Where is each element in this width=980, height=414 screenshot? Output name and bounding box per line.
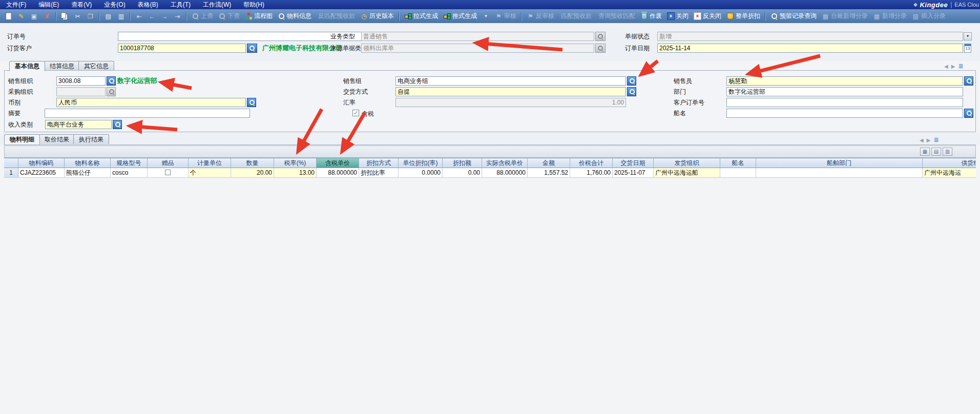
menubar-item[interactable]: 工作流(W)	[197, 0, 237, 9]
tab-other-info[interactable]: 其它信息	[78, 61, 114, 71]
bill-status-dropdown-arrow-icon[interactable]: ▼	[964, 32, 972, 40]
department-field[interactable]: 数字化运营部	[726, 87, 963, 96]
order-date-field[interactable]: 2025-11-14	[657, 44, 963, 53]
toolbar-button-delete-icon[interactable]: ✘	[41, 11, 53, 22]
toolbar-button-pull-generate-icon[interactable]: 拉式生成	[402, 11, 440, 22]
ship-name-field[interactable]	[726, 109, 963, 118]
summary-field[interactable]	[45, 109, 250, 118]
grid-cell-折扣方式[interactable]: 折扣比率	[359, 168, 399, 178]
grid-export-icon[interactable]: ▤	[931, 148, 941, 156]
toolbar-button-nav-prev-icon[interactable]: ←	[146, 11, 158, 22]
toolbar-button-close-box-icon[interactable]: ×关闭	[665, 11, 691, 22]
menubar-item[interactable]: 业务(O)	[98, 0, 131, 9]
toolbar-button-void-bin-icon[interactable]: 作废	[638, 11, 664, 22]
detail-scroll-right-icon[interactable]: ▶	[927, 137, 931, 143]
delivery-mode-lookup-button[interactable]	[627, 87, 636, 96]
grid-column-header[interactable]: 物料名称	[65, 158, 111, 168]
grid-column-header[interactable]: 物料编码	[18, 158, 65, 168]
delivery-mode-field[interactable]: 自提	[395, 87, 626, 96]
currency-field[interactable]: 人民币	[56, 98, 246, 107]
grid-column-header[interactable]: 税率(%)	[274, 158, 317, 168]
grid-column-header[interactable]: 实际含税单价	[482, 158, 528, 168]
tab-material-detail[interactable]: 物料明细	[4, 134, 40, 144]
toolbar-button-copy-icon[interactable]	[59, 11, 71, 22]
grid-column-header[interactable]: 计量单位	[189, 158, 231, 168]
income-type-field[interactable]: 电商平台业务	[45, 120, 112, 129]
toolbar-button-flowchart-icon[interactable]: 流程图	[243, 11, 275, 22]
toolbar-button-save-icon[interactable]: ▣	[28, 11, 40, 22]
toolbar-button-discount-bag-icon[interactable]: 整单折扣	[724, 11, 762, 22]
salesman-lookup-button[interactable]	[964, 76, 973, 86]
grid-cell-折扣额[interactable]: 0.00	[443, 168, 482, 178]
grid-cell-数量[interactable]: 20.00	[231, 168, 274, 178]
tab-list-icon[interactable]: ≣	[958, 63, 963, 70]
grid-cell-物料编码[interactable]: CJAZ223605	[18, 168, 65, 178]
menubar-item[interactable]: 工具(T)	[164, 0, 197, 9]
toolbar-button-new-doc-icon[interactable]	[3, 11, 14, 22]
tab-basic-info[interactable]: 基本信息	[9, 61, 45, 71]
tab-scroll-right-icon[interactable]: ▶	[951, 64, 955, 69]
detail-list-icon[interactable]: ≣	[933, 136, 939, 143]
grid-cell-赠品[interactable]	[148, 168, 189, 178]
grid-column-header[interactable]: 金额	[528, 158, 570, 168]
grid-cell-价税合计[interactable]: 1,760.00	[570, 168, 613, 178]
grid-layout-icon[interactable]: ▦	[920, 148, 930, 156]
menubar-item[interactable]: 帮助(H)	[237, 0, 270, 9]
grid-cell-发货组织[interactable]: 广州中远海运船	[654, 168, 720, 178]
tab-settlement-info[interactable]: 结算信息	[44, 61, 80, 71]
grid-column-header[interactable]: 规格型号	[111, 158, 148, 168]
toolbar-button-unclose-box-icon[interactable]: ×反关闭	[692, 11, 723, 22]
toolbar-button-cut-icon[interactable]: ✂	[72, 11, 84, 22]
grid-column-header[interactable]: 折扣额	[443, 158, 482, 168]
toolbar-button-edit-pencil-icon[interactable]: ✎	[15, 11, 27, 22]
menubar-item[interactable]: 文件(F)	[0, 0, 32, 9]
grid-cell-单位折扣(率)[interactable]: 0.0000	[399, 168, 443, 178]
toolbar-button-print-icon[interactable]: ▤	[102, 11, 114, 22]
grid-column-header[interactable]: 发货组织	[654, 158, 720, 168]
grid-cell-船舶部门[interactable]	[756, 168, 923, 178]
grid-cell-金额[interactable]: 1,557.52	[528, 168, 570, 178]
grid-column-header[interactable]: 船舶部门	[756, 158, 923, 168]
grid-cell-供货组织[interactable]: 广州中远海运	[923, 168, 976, 178]
customer-lookup-button[interactable]	[247, 44, 257, 53]
grid-cell-税率(%)[interactable]: 13.00	[274, 168, 317, 178]
toolbar-button-nav-next-icon[interactable]: →	[159, 11, 171, 22]
grid-column-header[interactable]: 交货日期	[613, 158, 654, 168]
toolbar-button-reserve-query-icon[interactable]: 预留记录查询	[768, 11, 819, 22]
grid-cell-含税单价[interactable]: 88.000000	[317, 168, 359, 178]
salesman-field[interactable]: 杨慧勤	[726, 76, 963, 86]
tab-pricing-result[interactable]: 取价结果	[39, 134, 75, 144]
grid-column-header[interactable]: 供货组织	[923, 158, 976, 168]
income-type-lookup-button[interactable]	[113, 120, 122, 129]
tax-included-checkbox[interactable]: ✓	[352, 110, 359, 116]
toolbar-button-print-preview-icon[interactable]: ▥	[115, 11, 127, 22]
tab-execution-result[interactable]: 执行结果	[73, 134, 109, 144]
toolbar-button-history-clock-icon[interactable]: ◷历史版本	[358, 11, 396, 22]
menubar-item[interactable]: 表格(B)	[132, 0, 164, 9]
grid-column-header[interactable]: 船名	[720, 158, 756, 168]
grid-column-header[interactable]: 赠品	[148, 158, 189, 168]
toolbar-button-nav-first-icon[interactable]: ⇤	[133, 11, 145, 22]
gift-checkbox[interactable]	[165, 170, 171, 175]
sale-group-lookup-button[interactable]	[627, 76, 636, 86]
detail-scroll-left-icon[interactable]: ◀	[920, 137, 924, 143]
grid-column-header[interactable]: 含税单价	[317, 158, 359, 168]
grid-column-header[interactable]: 折扣方式	[359, 158, 399, 168]
grid-cell-船名[interactable]	[720, 168, 756, 178]
grid-cell-规格型号[interactable]: cosco	[111, 168, 148, 178]
order-date-calendar-icon[interactable]: 13	[964, 44, 971, 53]
grid-settings-icon[interactable]: ▥	[943, 148, 952, 156]
grid-cell-计量单位[interactable]: 个	[189, 168, 231, 178]
sale-org-field[interactable]: 3008.08	[56, 76, 106, 86]
grid-column-header[interactable]: 数量	[231, 158, 274, 168]
toolbar-button-nav-last-icon[interactable]: ⇥	[172, 11, 183, 22]
toolbar-button-dropdown-arrow-icon[interactable]: ▼	[480, 11, 492, 22]
grid-column-header[interactable]: 价税合计	[570, 158, 613, 168]
toolbar-button-push-generate-icon[interactable]: 推式生成	[441, 11, 479, 22]
tab-scroll-left-icon[interactable]: ◀	[944, 64, 948, 69]
grid-cell-物料名称[interactable]: 熊猫公仔	[65, 168, 111, 178]
grid-cell-实际含税单价[interactable]: 88.000000	[482, 168, 528, 178]
toolbar-button-material-info-icon[interactable]: 物料信息	[276, 11, 314, 22]
customer-order-no-field[interactable]	[726, 98, 963, 107]
toolbar-button-paste-icon[interactable]: ❒	[85, 11, 96, 22]
